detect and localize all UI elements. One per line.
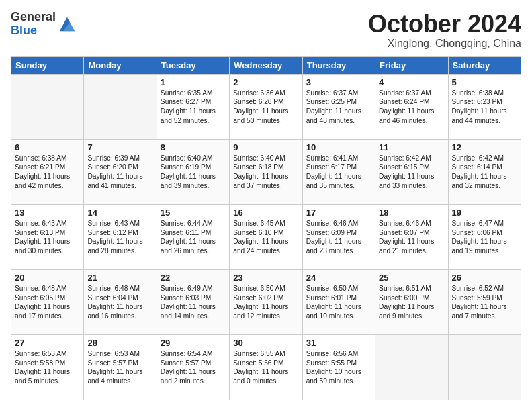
day-number: 20 bbox=[15, 273, 80, 283]
calendar-day-cell: 20Sunrise: 6:48 AM Sunset: 6:05 PM Dayli… bbox=[11, 269, 84, 334]
month-title: October 2024 bbox=[368, 11, 521, 38]
calendar-week-row: 6Sunrise: 6:38 AM Sunset: 6:21 PM Daylig… bbox=[11, 139, 521, 204]
day-info: Sunrise: 6:49 AM Sunset: 6:03 PM Dayligh… bbox=[161, 284, 226, 321]
calendar-day-cell: 21Sunrise: 6:48 AM Sunset: 6:04 PM Dayli… bbox=[84, 269, 157, 334]
calendar-day-cell: 18Sunrise: 6:46 AM Sunset: 6:07 PM Dayli… bbox=[375, 204, 448, 269]
header: General Blue October 2024 Xinglong, Chon… bbox=[11, 11, 521, 50]
day-info: Sunrise: 6:56 AM Sunset: 5:55 PM Dayligh… bbox=[306, 349, 371, 386]
day-number: 21 bbox=[87, 273, 152, 283]
day-info: Sunrise: 6:37 AM Sunset: 6:24 PM Dayligh… bbox=[379, 89, 444, 126]
day-number: 27 bbox=[15, 338, 80, 348]
day-info: Sunrise: 6:48 AM Sunset: 6:05 PM Dayligh… bbox=[15, 284, 80, 321]
day-info: Sunrise: 6:37 AM Sunset: 6:25 PM Dayligh… bbox=[306, 89, 371, 126]
day-number: 13 bbox=[15, 208, 80, 218]
day-info: Sunrise: 6:36 AM Sunset: 6:26 PM Dayligh… bbox=[233, 89, 298, 126]
calendar-day-cell: 24Sunrise: 6:50 AM Sunset: 6:01 PM Dayli… bbox=[302, 269, 375, 334]
calendar-day-cell: 16Sunrise: 6:45 AM Sunset: 6:10 PM Dayli… bbox=[230, 204, 302, 269]
day-number: 6 bbox=[15, 142, 80, 152]
weekday-header-cell: Thursday bbox=[302, 56, 375, 74]
day-number: 8 bbox=[161, 142, 226, 152]
calendar-day-cell: 31Sunrise: 6:56 AM Sunset: 5:55 PM Dayli… bbox=[302, 334, 375, 400]
calendar-day-cell: 12Sunrise: 6:42 AM Sunset: 6:14 PM Dayli… bbox=[448, 139, 521, 204]
day-number: 29 bbox=[161, 338, 226, 348]
calendar-day-cell: 17Sunrise: 6:46 AM Sunset: 6:09 PM Dayli… bbox=[302, 204, 375, 269]
day-number: 1 bbox=[161, 77, 226, 87]
calendar-day-cell: 15Sunrise: 6:44 AM Sunset: 6:11 PM Dayli… bbox=[157, 204, 229, 269]
day-info: Sunrise: 6:51 AM Sunset: 6:00 PM Dayligh… bbox=[379, 284, 444, 321]
calendar-week-row: 20Sunrise: 6:48 AM Sunset: 6:05 PM Dayli… bbox=[11, 269, 521, 334]
day-info: Sunrise: 6:35 AM Sunset: 6:27 PM Dayligh… bbox=[161, 89, 226, 126]
day-info: Sunrise: 6:39 AM Sunset: 6:20 PM Dayligh… bbox=[87, 154, 152, 191]
calendar-week-row: 13Sunrise: 6:43 AM Sunset: 6:13 PM Dayli… bbox=[11, 204, 521, 269]
day-number: 17 bbox=[306, 208, 371, 218]
day-number: 25 bbox=[379, 273, 444, 283]
title-block: October 2024 Xinglong, Chongqing, China bbox=[368, 11, 521, 50]
day-number: 22 bbox=[161, 273, 226, 283]
day-info: Sunrise: 6:53 AM Sunset: 5:58 PM Dayligh… bbox=[15, 349, 80, 386]
day-info: Sunrise: 6:44 AM Sunset: 6:11 PM Dayligh… bbox=[161, 219, 226, 256]
calendar-body: 1Sunrise: 6:35 AM Sunset: 6:27 PM Daylig… bbox=[11, 74, 521, 400]
location-title: Xinglong, Chongqing, China bbox=[368, 38, 521, 50]
day-number: 2 bbox=[233, 77, 298, 87]
calendar-day-cell: 6Sunrise: 6:38 AM Sunset: 6:21 PM Daylig… bbox=[11, 139, 84, 204]
calendar-day-cell bbox=[11, 74, 84, 139]
day-info: Sunrise: 6:50 AM Sunset: 6:01 PM Dayligh… bbox=[306, 284, 371, 321]
day-info: Sunrise: 6:41 AM Sunset: 6:17 PM Dayligh… bbox=[306, 154, 371, 191]
weekday-header-row: SundayMondayTuesdayWednesdayThursdayFrid… bbox=[11, 56, 521, 74]
day-number: 15 bbox=[161, 208, 226, 218]
calendar-day-cell: 22Sunrise: 6:49 AM Sunset: 6:03 PM Dayli… bbox=[157, 269, 229, 334]
day-number: 26 bbox=[452, 273, 517, 283]
calendar-day-cell: 5Sunrise: 6:38 AM Sunset: 6:23 PM Daylig… bbox=[448, 74, 521, 139]
calendar-day-cell: 7Sunrise: 6:39 AM Sunset: 6:20 PM Daylig… bbox=[84, 139, 157, 204]
day-number: 7 bbox=[87, 142, 152, 152]
day-number: 4 bbox=[379, 77, 444, 87]
calendar-day-cell: 13Sunrise: 6:43 AM Sunset: 6:13 PM Dayli… bbox=[11, 204, 84, 269]
day-info: Sunrise: 6:46 AM Sunset: 6:07 PM Dayligh… bbox=[379, 219, 444, 256]
day-info: Sunrise: 6:45 AM Sunset: 6:10 PM Dayligh… bbox=[233, 219, 298, 256]
day-info: Sunrise: 6:47 AM Sunset: 6:06 PM Dayligh… bbox=[452, 219, 517, 256]
calendar-day-cell: 4Sunrise: 6:37 AM Sunset: 6:24 PM Daylig… bbox=[375, 74, 448, 139]
calendar-day-cell: 29Sunrise: 6:54 AM Sunset: 5:57 PM Dayli… bbox=[157, 334, 229, 400]
day-info: Sunrise: 6:42 AM Sunset: 6:14 PM Dayligh… bbox=[452, 154, 517, 191]
calendar-day-cell: 9Sunrise: 6:40 AM Sunset: 6:18 PM Daylig… bbox=[230, 139, 302, 204]
calendar-day-cell: 28Sunrise: 6:53 AM Sunset: 5:57 PM Dayli… bbox=[84, 334, 157, 400]
weekday-header-cell: Saturday bbox=[448, 56, 521, 74]
weekday-header-cell: Sunday bbox=[11, 56, 84, 74]
logo-general-text: General bbox=[11, 10, 56, 24]
calendar-day-cell: 23Sunrise: 6:50 AM Sunset: 6:02 PM Dayli… bbox=[230, 269, 302, 334]
day-number: 23 bbox=[233, 273, 298, 283]
day-number: 9 bbox=[233, 142, 298, 152]
day-info: Sunrise: 6:43 AM Sunset: 6:13 PM Dayligh… bbox=[15, 219, 80, 256]
day-info: Sunrise: 6:48 AM Sunset: 6:04 PM Dayligh… bbox=[87, 284, 152, 321]
day-info: Sunrise: 6:38 AM Sunset: 6:23 PM Dayligh… bbox=[452, 89, 517, 126]
weekday-header-cell: Wednesday bbox=[230, 56, 302, 74]
calendar-week-row: 1Sunrise: 6:35 AM Sunset: 6:27 PM Daylig… bbox=[11, 74, 521, 139]
day-info: Sunrise: 6:53 AM Sunset: 5:57 PM Dayligh… bbox=[87, 349, 152, 386]
day-number: 11 bbox=[379, 142, 444, 152]
day-info: Sunrise: 6:43 AM Sunset: 6:12 PM Dayligh… bbox=[87, 219, 152, 256]
day-info: Sunrise: 6:52 AM Sunset: 5:59 PM Dayligh… bbox=[452, 284, 517, 321]
day-number: 5 bbox=[452, 77, 517, 87]
calendar-day-cell: 11Sunrise: 6:42 AM Sunset: 6:15 PM Dayli… bbox=[375, 139, 448, 204]
day-info: Sunrise: 6:40 AM Sunset: 6:18 PM Dayligh… bbox=[233, 154, 298, 191]
weekday-header-cell: Tuesday bbox=[157, 56, 229, 74]
calendar-day-cell bbox=[84, 74, 157, 139]
day-info: Sunrise: 6:40 AM Sunset: 6:19 PM Dayligh… bbox=[161, 154, 226, 191]
day-number: 18 bbox=[379, 208, 444, 218]
day-info: Sunrise: 6:55 AM Sunset: 5:56 PM Dayligh… bbox=[233, 349, 298, 386]
day-number: 16 bbox=[233, 208, 298, 218]
day-number: 30 bbox=[233, 338, 298, 348]
logo-icon bbox=[57, 15, 76, 34]
day-number: 19 bbox=[452, 208, 517, 218]
page: General Blue October 2024 Xinglong, Chon… bbox=[0, 0, 532, 411]
calendar-day-cell: 25Sunrise: 6:51 AM Sunset: 6:00 PM Dayli… bbox=[375, 269, 448, 334]
calendar-day-cell: 26Sunrise: 6:52 AM Sunset: 5:59 PM Dayli… bbox=[448, 269, 521, 334]
day-number: 3 bbox=[306, 77, 371, 87]
day-number: 14 bbox=[87, 208, 152, 218]
day-info: Sunrise: 6:54 AM Sunset: 5:57 PM Dayligh… bbox=[161, 349, 226, 386]
weekday-header-cell: Friday bbox=[375, 56, 448, 74]
calendar-day-cell bbox=[448, 334, 521, 400]
calendar-week-row: 27Sunrise: 6:53 AM Sunset: 5:58 PM Dayli… bbox=[11, 334, 521, 400]
day-info: Sunrise: 6:42 AM Sunset: 6:15 PM Dayligh… bbox=[379, 154, 444, 191]
logo: General Blue bbox=[11, 11, 76, 38]
